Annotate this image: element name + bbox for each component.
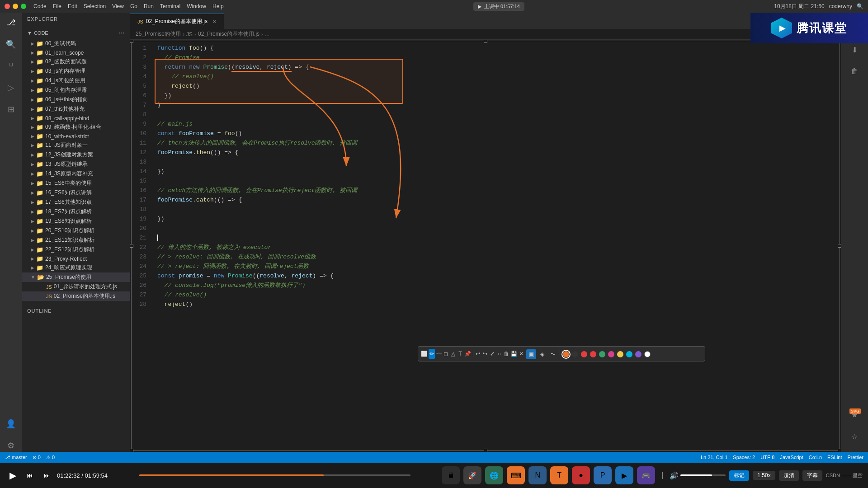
color-dark[interactable] (572, 351, 578, 357)
folder-15[interactable]: ▶📁 15_ES6中类的使用 (22, 178, 130, 188)
git-icon[interactable]: ⑂ (5, 60, 17, 72)
prev-button[interactable]: ⏮ (23, 468, 37, 483)
ann-eraser-btn[interactable]: ◻ (443, 349, 449, 359)
folder-16[interactable]: ▶📁 16_ES6知识点讲解 (22, 188, 130, 197)
account-icon[interactable]: 👤 (5, 418, 17, 430)
app-record[interactable]: ● (572, 466, 590, 484)
color-red[interactable] (581, 351, 587, 357)
color-green[interactable] (599, 351, 605, 357)
folder-13[interactable]: ▶📁 13_JS原型链继承 (22, 160, 130, 169)
ann-save-btn[interactable]: 💾 (510, 349, 517, 359)
ann-shapes-btn[interactable]: △ (450, 349, 456, 359)
file-01[interactable]: JS 01_异步请求的处理方式.js (22, 282, 130, 291)
menu-code[interactable]: Code (33, 3, 47, 9)
folder-08[interactable]: ▶📁 08_call-apply-bind (22, 114, 130, 122)
code-editor[interactable]: 123456 789101112 131415161718 1920212223… (130, 40, 841, 452)
ann-expand-btn[interactable]: ⤢ (489, 349, 495, 359)
color-yellow[interactable] (617, 351, 623, 357)
folder-06[interactable]: ▶📁 06_js中this的指向 (22, 95, 130, 104)
quality-button[interactable]: 超清 (779, 470, 799, 481)
folder-11[interactable]: ▶📁 11_JS面向对象一 (22, 141, 130, 150)
folder-04[interactable]: ▶📁 04_js闭包的使用 (22, 76, 130, 85)
app-office[interactable]: N (528, 466, 547, 484)
star-icon[interactable]: ☆ (848, 430, 861, 443)
app-present[interactable]: P (594, 466, 612, 484)
ann-highlight-btn[interactable]: 〰 (436, 349, 442, 359)
extensions-icon[interactable]: ⊞ (5, 103, 17, 116)
menu-edit[interactable]: Edit (68, 3, 77, 9)
folder-20[interactable]: ▶📁 20_ES10知识点解析 (22, 226, 130, 235)
subtitle-button[interactable]: 字幕 (802, 470, 822, 481)
folder-01[interactable]: ▶📁 01_learn_scope (22, 48, 130, 57)
menu-help[interactable]: Help (212, 3, 224, 9)
ann-pen-btn[interactable]: ✏ (429, 349, 435, 359)
explorer-icon[interactable]: ⎇ (5, 16, 17, 29)
color-pink[interactable] (608, 351, 614, 357)
app-tencent[interactable]: ▶ (615, 466, 633, 484)
color-purple[interactable] (635, 351, 642, 357)
app-text[interactable]: T (550, 466, 568, 484)
speed-button[interactable]: 1.50x (753, 471, 775, 480)
ann-mode-btn[interactable]: ▣ (526, 349, 536, 359)
menu-terminal[interactable]: Terminal (160, 3, 180, 9)
next-button[interactable]: ⏭ (40, 468, 54, 483)
volume-bar[interactable] (680, 474, 726, 476)
folder-03[interactable]: ▶📁 03_js的内存管理 (22, 66, 130, 76)
ann-stroke-btn[interactable]: 〜 (548, 349, 558, 359)
ann-text-btn[interactable]: T (457, 349, 463, 359)
mark-button[interactable]: 标记 (729, 470, 749, 481)
folder-05[interactable]: ▶📁 05_闭包内存泄露 (22, 85, 130, 95)
download-icon[interactable]: ⬇ (848, 43, 861, 56)
ann-redo-btn[interactable]: ↪ (482, 349, 488, 359)
folder-07[interactable]: ▶📁 07_this其他补充 (22, 104, 130, 114)
app-vscode[interactable]: ⌨ (507, 466, 525, 484)
file-02[interactable]: JS 02_Promise的基本使用.js (22, 291, 130, 301)
language-indicator[interactable]: JavaScript (780, 455, 803, 460)
folder-00[interactable]: ▶📁 00_测试代码 (22, 39, 130, 48)
app-finder[interactable]: 🖥 (442, 466, 460, 484)
app-extra[interactable]: 🎮 (637, 466, 655, 484)
color-orange[interactable] (563, 351, 569, 357)
ann-arrow-btn[interactable]: ↔ (496, 349, 503, 359)
menu-view[interactable]: View (112, 3, 124, 9)
search-icon[interactable]: 🔍 (857, 3, 863, 9)
ann-close-btn[interactable]: ✕ (518, 349, 524, 359)
section-title-code[interactable]: ▼ CODE ··· (22, 27, 130, 39)
git-branch[interactable]: ⎇ master (5, 455, 27, 460)
play-button[interactable]: ▶ (5, 468, 20, 483)
menu-go[interactable]: Go (130, 3, 137, 9)
folder-09[interactable]: ▶📁 09_纯函数-柯里化-组合 (22, 122, 130, 132)
active-tab[interactable]: JS 02_Promise的基本使用.js ✕ (130, 14, 224, 29)
folder-12[interactable]: ▶📁 12_JS创建对象方案 (22, 150, 130, 160)
folder-14[interactable]: ▶📁 14_JS原型内容补充 (22, 169, 130, 178)
app-launchpad[interactable]: 🚀 (463, 466, 481, 484)
folder-22[interactable]: ▶📁 22_ES12知识点解析 (22, 245, 130, 254)
menu-run[interactable]: Run (144, 3, 154, 9)
maximize-button[interactable] (21, 4, 26, 9)
close-button[interactable] (5, 4, 10, 9)
folder-23[interactable]: ▶📁 23_Proxy-Reflect (22, 254, 130, 263)
color-cyan[interactable] (626, 351, 632, 357)
code-content[interactable]: function foo() { // Promise return new P… (152, 40, 841, 452)
trash-icon[interactable]: 🗑 (848, 65, 861, 78)
ann-rect-btn[interactable]: ⬜ (421, 349, 428, 359)
app-browser[interactable]: 🌐 (485, 466, 503, 484)
folder-10[interactable]: ▶📁 10_with-eval-strict (22, 132, 130, 141)
ann-pin-btn[interactable]: 📌 (464, 349, 471, 359)
menu-window[interactable]: Window (187, 3, 206, 9)
color-red2[interactable] (590, 351, 596, 357)
folder-02[interactable]: ▶📁 02_函数的面试题 (22, 57, 130, 66)
ann-mode2-btn[interactable]: ◈ (537, 349, 547, 359)
folder-19[interactable]: ▶📁 19_ES8知识点解析 (22, 216, 130, 226)
ann-undo-btn[interactable]: ↩ (475, 349, 481, 359)
menu-selection[interactable]: Selection (84, 3, 106, 9)
minimize-button[interactable] (13, 4, 18, 9)
folder-24[interactable]: ▶📁 24_响应式原理实现 (22, 263, 130, 272)
folder-17[interactable]: ▶📁 17_ES6其他知识点 (22, 197, 130, 207)
progress-bar[interactable] (139, 474, 410, 476)
settings-icon[interactable]: ⚙ (5, 439, 17, 452)
menu-file[interactable]: File (53, 3, 61, 9)
debug-icon[interactable]: ▷ (5, 81, 17, 94)
volume-control[interactable]: 🔊 (670, 471, 726, 480)
color-white[interactable] (644, 351, 651, 357)
